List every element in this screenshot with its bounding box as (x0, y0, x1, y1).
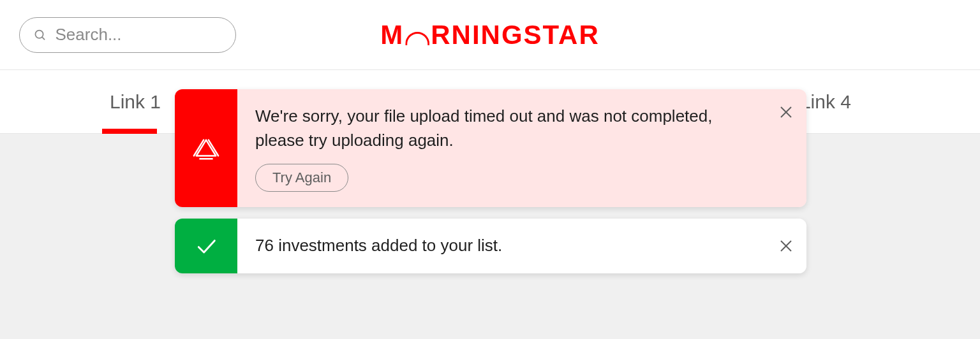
error-strip (175, 89, 237, 207)
close-success-button[interactable] (766, 219, 806, 273)
check-icon (193, 233, 219, 259)
notification-success-body: 76 investments added to your list. (237, 219, 766, 273)
notification-error-body: We're sorry, your file upload timed out … (237, 89, 766, 207)
logo-text-left: M (380, 20, 404, 50)
alert-triangle-icon (191, 134, 221, 163)
logo-arc-icon (405, 32, 429, 45)
svg-point-0 (35, 30, 43, 38)
nav-link-1[interactable]: Link 1 (102, 70, 168, 133)
success-strip (175, 219, 237, 273)
search-field[interactable] (19, 17, 236, 53)
app-header: M RNINGSTAR (0, 0, 980, 70)
notification-success: 76 investments added to your list. (175, 219, 806, 273)
notification-error: We're sorry, your file upload timed out … (175, 89, 806, 207)
close-icon (778, 105, 794, 120)
close-error-button[interactable] (766, 89, 806, 207)
try-again-button[interactable]: Try Again (255, 164, 348, 192)
close-icon (778, 238, 794, 254)
success-message: 76 investments added to your list. (255, 234, 748, 258)
svg-line-1 (42, 37, 45, 40)
search-input[interactable] (56, 25, 222, 45)
brand-logo: M RNINGSTAR (380, 20, 600, 50)
error-message: We're sorry, your file upload timed out … (255, 105, 748, 152)
search-icon (34, 28, 47, 42)
notification-stack: We're sorry, your file upload timed out … (175, 89, 806, 273)
logo-text-right: RNINGSTAR (431, 20, 600, 50)
content-area: We're sorry, your file upload timed out … (0, 134, 980, 339)
